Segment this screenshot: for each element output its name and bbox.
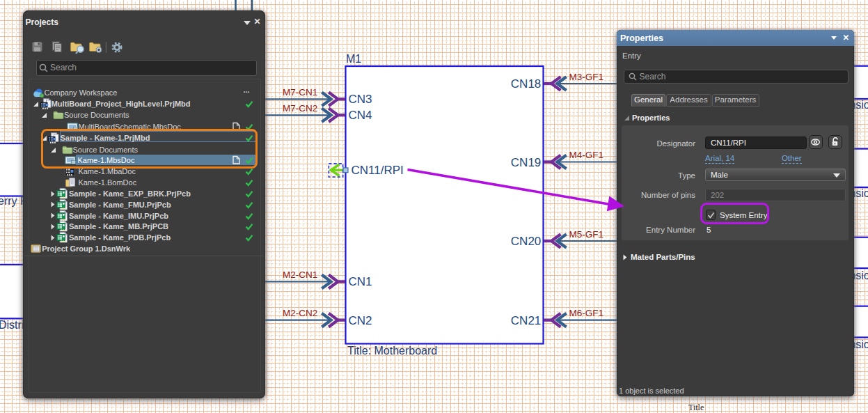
svg-text:M6-GF1: M6-GF1: [569, 308, 604, 318]
svg-text:M7-CN2: M7-CN2: [283, 103, 317, 114]
svg-text:CN18: CN18: [511, 77, 541, 91]
svg-text:M5-GF1: M5-GF1: [569, 229, 604, 240]
svg-text:M3-GF1: M3-GF1: [569, 72, 604, 82]
svg-text:M2-CN1: M2-CN1: [283, 270, 317, 280]
svg-text:CN21: CN21: [511, 314, 541, 327]
svg-text:CN19: CN19: [511, 156, 541, 169]
svg-text:Title: Motherboard: Title: Motherboard: [347, 345, 437, 357]
svg-text:M1: M1: [346, 53, 361, 65]
svg-text:CN4: CN4: [349, 109, 372, 122]
svg-text:CN20: CN20: [511, 235, 541, 248]
svg-text:M4-GF1: M4-GF1: [569, 150, 604, 160]
svg-text:CN1: CN1: [349, 275, 372, 288]
svg-text:CN3: CN3: [349, 93, 372, 106]
svg-text:CN2: CN2: [349, 314, 372, 327]
svg-text:CN11/RPI: CN11/RPI: [352, 164, 404, 177]
svg-text:Title: Title: [688, 403, 704, 412]
svg-text:M7-CN1: M7-CN1: [283, 87, 317, 98]
svg-text:M2-CN2: M2-CN2: [283, 308, 317, 318]
